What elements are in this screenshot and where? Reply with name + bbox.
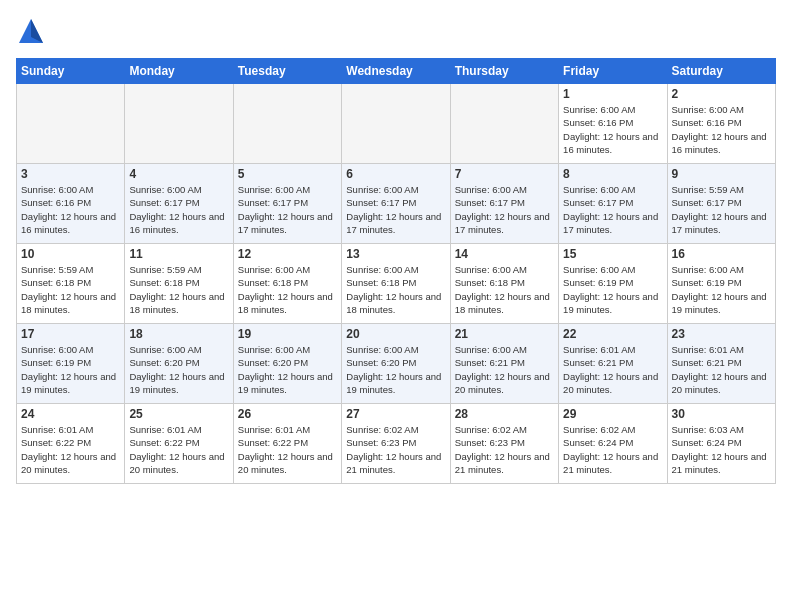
day-info: Sunrise: 6:01 AM Sunset: 6:22 PM Dayligh… <box>238 423 337 476</box>
day-info: Sunrise: 6:02 AM Sunset: 6:23 PM Dayligh… <box>346 423 445 476</box>
day-number: 30 <box>672 407 771 421</box>
calendar-day-cell: 3Sunrise: 6:00 AM Sunset: 6:16 PM Daylig… <box>17 164 125 244</box>
day-info: Sunrise: 6:00 AM Sunset: 6:16 PM Dayligh… <box>21 183 120 236</box>
calendar-day-cell: 10Sunrise: 5:59 AM Sunset: 6:18 PM Dayli… <box>17 244 125 324</box>
calendar-day-cell: 12Sunrise: 6:00 AM Sunset: 6:18 PM Dayli… <box>233 244 341 324</box>
day-info: Sunrise: 6:00 AM Sunset: 6:16 PM Dayligh… <box>672 103 771 156</box>
calendar-week-row: 24Sunrise: 6:01 AM Sunset: 6:22 PM Dayli… <box>17 404 776 484</box>
logo-icon <box>16 16 46 46</box>
day-info: Sunrise: 6:00 AM Sunset: 6:18 PM Dayligh… <box>455 263 554 316</box>
day-info: Sunrise: 6:02 AM Sunset: 6:24 PM Dayligh… <box>563 423 662 476</box>
day-number: 3 <box>21 167 120 181</box>
day-number: 5 <box>238 167 337 181</box>
day-of-week-header: Sunday <box>17 59 125 84</box>
calendar-day-cell: 23Sunrise: 6:01 AM Sunset: 6:21 PM Dayli… <box>667 324 775 404</box>
day-info: Sunrise: 6:00 AM Sunset: 6:17 PM Dayligh… <box>455 183 554 236</box>
day-info: Sunrise: 6:00 AM Sunset: 6:20 PM Dayligh… <box>238 343 337 396</box>
day-info: Sunrise: 6:00 AM Sunset: 6:16 PM Dayligh… <box>563 103 662 156</box>
calendar-day-cell: 22Sunrise: 6:01 AM Sunset: 6:21 PM Dayli… <box>559 324 667 404</box>
day-number: 7 <box>455 167 554 181</box>
day-of-week-header: Saturday <box>667 59 775 84</box>
calendar-day-cell: 5Sunrise: 6:00 AM Sunset: 6:17 PM Daylig… <box>233 164 341 244</box>
day-of-week-header: Thursday <box>450 59 558 84</box>
day-info: Sunrise: 6:00 AM Sunset: 6:20 PM Dayligh… <box>129 343 228 396</box>
calendar-day-cell: 11Sunrise: 5:59 AM Sunset: 6:18 PM Dayli… <box>125 244 233 324</box>
day-info: Sunrise: 6:00 AM Sunset: 6:21 PM Dayligh… <box>455 343 554 396</box>
day-of-week-header: Friday <box>559 59 667 84</box>
day-number: 20 <box>346 327 445 341</box>
calendar-table: SundayMondayTuesdayWednesdayThursdayFrid… <box>16 58 776 484</box>
day-info: Sunrise: 6:00 AM Sunset: 6:19 PM Dayligh… <box>563 263 662 316</box>
calendar-day-cell: 1Sunrise: 6:00 AM Sunset: 6:16 PM Daylig… <box>559 84 667 164</box>
day-of-week-header: Tuesday <box>233 59 341 84</box>
day-of-week-header: Wednesday <box>342 59 450 84</box>
day-number: 10 <box>21 247 120 261</box>
calendar-day-cell: 8Sunrise: 6:00 AM Sunset: 6:17 PM Daylig… <box>559 164 667 244</box>
day-info: Sunrise: 6:00 AM Sunset: 6:17 PM Dayligh… <box>346 183 445 236</box>
day-info: Sunrise: 5:59 AM Sunset: 6:18 PM Dayligh… <box>21 263 120 316</box>
day-number: 18 <box>129 327 228 341</box>
calendar-week-row: 3Sunrise: 6:00 AM Sunset: 6:16 PM Daylig… <box>17 164 776 244</box>
day-number: 28 <box>455 407 554 421</box>
day-number: 21 <box>455 327 554 341</box>
day-number: 13 <box>346 247 445 261</box>
day-number: 15 <box>563 247 662 261</box>
calendar-day-cell: 24Sunrise: 6:01 AM Sunset: 6:22 PM Dayli… <box>17 404 125 484</box>
day-info: Sunrise: 6:00 AM Sunset: 6:18 PM Dayligh… <box>238 263 337 316</box>
day-number: 23 <box>672 327 771 341</box>
day-number: 11 <box>129 247 228 261</box>
calendar-day-cell: 20Sunrise: 6:00 AM Sunset: 6:20 PM Dayli… <box>342 324 450 404</box>
calendar-week-row: 17Sunrise: 6:00 AM Sunset: 6:19 PM Dayli… <box>17 324 776 404</box>
calendar-day-cell: 30Sunrise: 6:03 AM Sunset: 6:24 PM Dayli… <box>667 404 775 484</box>
day-info: Sunrise: 6:00 AM Sunset: 6:20 PM Dayligh… <box>346 343 445 396</box>
calendar-day-cell: 7Sunrise: 6:00 AM Sunset: 6:17 PM Daylig… <box>450 164 558 244</box>
calendar-day-cell: 15Sunrise: 6:00 AM Sunset: 6:19 PM Dayli… <box>559 244 667 324</box>
calendar-day-cell <box>233 84 341 164</box>
day-number: 1 <box>563 87 662 101</box>
calendar-day-cell: 26Sunrise: 6:01 AM Sunset: 6:22 PM Dayli… <box>233 404 341 484</box>
day-info: Sunrise: 6:00 AM Sunset: 6:17 PM Dayligh… <box>129 183 228 236</box>
calendar-day-cell: 17Sunrise: 6:00 AM Sunset: 6:19 PM Dayli… <box>17 324 125 404</box>
day-number: 14 <box>455 247 554 261</box>
day-number: 22 <box>563 327 662 341</box>
calendar-week-row: 1Sunrise: 6:00 AM Sunset: 6:16 PM Daylig… <box>17 84 776 164</box>
calendar-day-cell: 19Sunrise: 6:00 AM Sunset: 6:20 PM Dayli… <box>233 324 341 404</box>
day-info: Sunrise: 6:01 AM Sunset: 6:22 PM Dayligh… <box>21 423 120 476</box>
day-info: Sunrise: 6:00 AM Sunset: 6:17 PM Dayligh… <box>563 183 662 236</box>
calendar-day-cell <box>17 84 125 164</box>
day-number: 6 <box>346 167 445 181</box>
day-number: 27 <box>346 407 445 421</box>
day-number: 25 <box>129 407 228 421</box>
day-number: 19 <box>238 327 337 341</box>
day-info: Sunrise: 6:00 AM Sunset: 6:18 PM Dayligh… <box>346 263 445 316</box>
day-number: 4 <box>129 167 228 181</box>
day-info: Sunrise: 6:00 AM Sunset: 6:17 PM Dayligh… <box>238 183 337 236</box>
day-number: 26 <box>238 407 337 421</box>
calendar-day-cell: 25Sunrise: 6:01 AM Sunset: 6:22 PM Dayli… <box>125 404 233 484</box>
calendar-day-cell: 27Sunrise: 6:02 AM Sunset: 6:23 PM Dayli… <box>342 404 450 484</box>
calendar-day-cell <box>342 84 450 164</box>
calendar-day-cell: 16Sunrise: 6:00 AM Sunset: 6:19 PM Dayli… <box>667 244 775 324</box>
day-info: Sunrise: 6:03 AM Sunset: 6:24 PM Dayligh… <box>672 423 771 476</box>
calendar-day-cell <box>450 84 558 164</box>
calendar-day-cell: 4Sunrise: 6:00 AM Sunset: 6:17 PM Daylig… <box>125 164 233 244</box>
day-number: 12 <box>238 247 337 261</box>
day-info: Sunrise: 6:01 AM Sunset: 6:21 PM Dayligh… <box>672 343 771 396</box>
calendar-day-cell: 29Sunrise: 6:02 AM Sunset: 6:24 PM Dayli… <box>559 404 667 484</box>
calendar-day-cell: 6Sunrise: 6:00 AM Sunset: 6:17 PM Daylig… <box>342 164 450 244</box>
day-of-week-header: Monday <box>125 59 233 84</box>
calendar-day-cell <box>125 84 233 164</box>
day-info: Sunrise: 6:02 AM Sunset: 6:23 PM Dayligh… <box>455 423 554 476</box>
calendar-header-row: SundayMondayTuesdayWednesdayThursdayFrid… <box>17 59 776 84</box>
day-number: 9 <box>672 167 771 181</box>
day-info: Sunrise: 5:59 AM Sunset: 6:17 PM Dayligh… <box>672 183 771 236</box>
calendar-week-row: 10Sunrise: 5:59 AM Sunset: 6:18 PM Dayli… <box>17 244 776 324</box>
calendar-day-cell: 18Sunrise: 6:00 AM Sunset: 6:20 PM Dayli… <box>125 324 233 404</box>
day-number: 2 <box>672 87 771 101</box>
calendar-day-cell: 21Sunrise: 6:00 AM Sunset: 6:21 PM Dayli… <box>450 324 558 404</box>
day-info: Sunrise: 6:00 AM Sunset: 6:19 PM Dayligh… <box>672 263 771 316</box>
day-info: Sunrise: 6:00 AM Sunset: 6:19 PM Dayligh… <box>21 343 120 396</box>
day-info: Sunrise: 6:01 AM Sunset: 6:22 PM Dayligh… <box>129 423 228 476</box>
logo <box>16 16 50 46</box>
day-info: Sunrise: 5:59 AM Sunset: 6:18 PM Dayligh… <box>129 263 228 316</box>
